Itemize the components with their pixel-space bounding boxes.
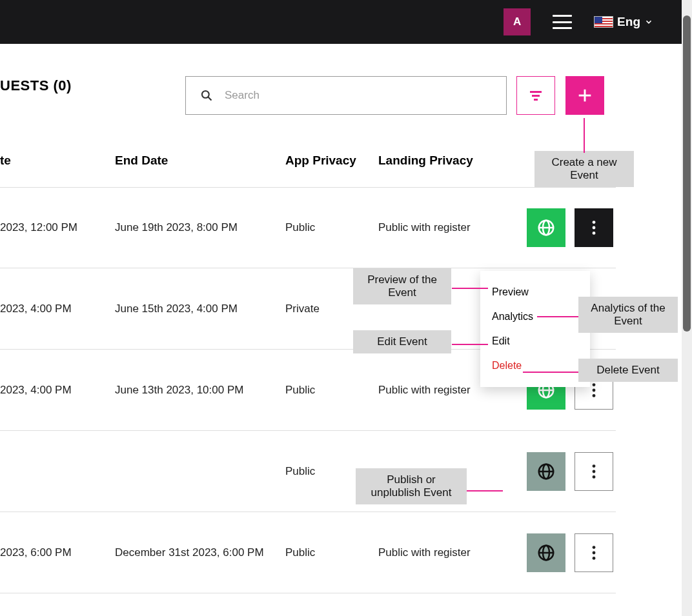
cell-end: June 13th 2023, 10:00 PM (115, 384, 285, 397)
hamburger-icon[interactable] (553, 15, 572, 29)
col-landing-privacy: Landing Privacy (378, 154, 504, 168)
table-row: Public (0, 431, 616, 512)
tooltip-edit: Edit Event (353, 330, 451, 353)
cell-start: 2023, 12:00 PM (0, 221, 115, 234)
menu-delete[interactable]: Delete (480, 353, 590, 378)
top-bar: A Eng (0, 0, 692, 44)
flag-us-icon (594, 16, 613, 28)
menu-edit[interactable]: Edit (480, 329, 590, 353)
svg-rect-4 (534, 99, 538, 101)
row-menu-button[interactable] (575, 452, 613, 491)
svg-point-24 (593, 475, 596, 479)
row-actions-menu: Preview Analytics Edit Delete (480, 271, 590, 387)
row-actions (504, 452, 613, 491)
connector-line (467, 490, 503, 492)
connector-line (452, 288, 488, 289)
svg-rect-3 (532, 95, 540, 97)
cell-landing-privacy: Public with register (378, 546, 504, 559)
svg-point-29 (593, 551, 596, 554)
cell-end: June 15th 2023, 4:00 PM (115, 303, 285, 315)
svg-point-16 (593, 383, 596, 386)
plus-icon (576, 86, 594, 104)
tab-requests[interactable]: UESTS (0) (0, 77, 72, 94)
table-row: 2023, 6:00 PMDecember 31st 2023, 6:00 PM… (0, 512, 616, 593)
search-box[interactable] (185, 76, 507, 115)
search-input[interactable] (225, 89, 492, 102)
filter-button[interactable] (516, 76, 555, 115)
svg-point-22 (593, 464, 596, 468)
svg-point-18 (593, 394, 596, 397)
tooltip-delete: Delete Event (578, 359, 678, 382)
publish-toggle[interactable] (527, 452, 565, 491)
row-actions (504, 208, 613, 247)
svg-line-1 (209, 97, 212, 101)
filter-icon (528, 88, 544, 103)
language-selector[interactable]: Eng (594, 15, 653, 29)
row-menu-button[interactable] (575, 533, 613, 572)
add-event-button[interactable] (565, 76, 604, 115)
col-start-date: te (0, 154, 115, 168)
col-end-date: End Date (115, 154, 285, 168)
cell-app-privacy: Public (285, 384, 378, 397)
publish-toggle[interactable] (527, 533, 565, 572)
tooltip-analytics: Analytics of the Event (578, 297, 678, 333)
connector-line (452, 344, 488, 345)
cell-app-privacy: Public (285, 221, 378, 234)
connector-line (523, 372, 578, 373)
scrollbar-thumb[interactable] (683, 15, 691, 332)
row-menu-button[interactable] (575, 208, 613, 247)
svg-point-23 (593, 470, 596, 473)
cell-landing-privacy: Public with register (378, 221, 504, 234)
svg-point-28 (593, 546, 596, 549)
cell-start: 2023, 6:00 PM (0, 546, 115, 559)
menu-preview[interactable]: Preview (480, 280, 590, 304)
connector-line (584, 118, 585, 153)
cell-app-privacy: Public (285, 546, 378, 559)
svg-rect-2 (530, 91, 542, 93)
row-actions (504, 533, 613, 572)
search-icon (200, 89, 213, 102)
tooltip-create-event: Create a new Event (534, 151, 634, 187)
svg-point-10 (593, 221, 596, 224)
chevron-down-icon (644, 17, 653, 26)
tooltip-publish: Publish or unplublish Event (356, 468, 467, 504)
cell-end: June 19th 2023, 8:00 PM (115, 221, 285, 234)
cell-start: 2023, 4:00 PM (0, 384, 115, 397)
svg-point-11 (593, 226, 596, 230)
table-row: 2023, 12:00 PMJune 19th 2023, 8:00 PMPub… (0, 187, 616, 268)
svg-point-17 (593, 388, 596, 392)
svg-point-12 (593, 232, 596, 235)
svg-point-0 (202, 91, 209, 98)
publish-toggle[interactable] (527, 208, 565, 247)
user-avatar[interactable]: A (504, 8, 531, 35)
col-app-privacy: App Privacy (285, 154, 378, 168)
connector-line (537, 316, 578, 317)
svg-point-30 (593, 557, 596, 560)
cell-start: 2023, 4:00 PM (0, 303, 115, 315)
cell-end: December 31st 2023, 6:00 PM (115, 546, 285, 559)
tooltip-preview: Preview of the Event (353, 268, 451, 304)
table-header-row: te End Date App Privacy Landing Privacy (0, 147, 616, 187)
language-label: Eng (617, 15, 640, 29)
